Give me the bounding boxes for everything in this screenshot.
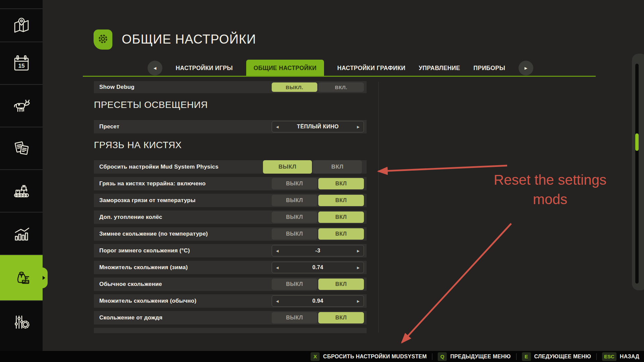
page-title: ОБЩИЕ НАСТРОЙКИ: [122, 32, 256, 47]
setting-control: ВЫКЛВКЛ: [272, 312, 364, 323]
tab-prev-button[interactable]: ◀: [148, 61, 162, 75]
sidebar-item-game-settings[interactable]: [0, 300, 43, 343]
action-label: НАЗАД: [620, 354, 639, 360]
content-divider: [378, 82, 379, 333]
toggle-on-button[interactable]: ВКЛ: [318, 312, 364, 323]
setting-control: ◀0.94▶: [272, 295, 364, 307]
setting-label: Пресет: [99, 123, 119, 130]
sidebar-item-map[interactable]: [0, 8, 43, 42]
toggle-on-button[interactable]: ВКЛ: [318, 195, 364, 206]
statistics-icon: [12, 224, 31, 243]
setting-control: ВЫКЛВКЛ: [272, 212, 364, 223]
setting-control: ВЫКЛВКЛ: [272, 279, 364, 290]
stepper-next-button[interactable]: ▶: [356, 299, 360, 304]
setting-row-winter-slip-threshold: Порог зимнего скольжения (°C)◀-3▶: [94, 244, 367, 257]
setting-row-normal-slip-mult: Множитель скольжения (обычно)◀0.94▶: [94, 294, 367, 308]
action-label: ПРЕДЫДУЩЕЕ МЕНЮ: [450, 354, 511, 360]
toggle-on-button[interactable]: ВКЛ.: [318, 82, 364, 92]
action-previous-menu[interactable]: QПРЕДЫДУЩЕЕ МЕНЮ: [438, 352, 511, 361]
stepper-value: 0.94: [279, 298, 357, 304]
key-badge-e: E: [522, 352, 531, 361]
annotation-arrow-to-bottom: [402, 224, 511, 343]
sidebar-item-prices[interactable]: 12345: [0, 254, 43, 300]
svg-text:12345: 12345: [22, 281, 29, 283]
setting-row-clipped: [94, 328, 367, 333]
stepper-prev-button[interactable]: ◀: [275, 124, 279, 129]
sidebar-item-contracts[interactable]: [0, 127, 43, 169]
animals-icon: [12, 96, 31, 116]
setting-label: Доп. утопление колёс: [99, 214, 162, 221]
stepper-next-button[interactable]: ▶: [356, 124, 360, 129]
stepper: ◀ТЁПЛЫЙ КИНО▶: [272, 121, 364, 132]
tab-next-button[interactable]: ▶: [519, 61, 533, 75]
sidebar-item-production[interactable]: [0, 169, 43, 212]
toggle-on-button[interactable]: ВКЛ: [318, 178, 364, 189]
tab-controls[interactable]: УПРАВЛЕНИЕ: [419, 65, 460, 72]
chevron-right-icon: ▶: [525, 66, 527, 70]
toggle-on-button[interactable]: ВКЛ: [318, 228, 364, 240]
toggle-off-button[interactable]: ВЫКЛ: [272, 195, 317, 206]
tab-graphics-settings[interactable]: НАСТРОЙКИ ГРАФИКИ: [337, 65, 405, 72]
annotation-line-2: mods: [433, 190, 644, 209]
stepper-next-button[interactable]: ▶: [356, 265, 360, 270]
toggle-on-button[interactable]: ВКЛ: [313, 160, 362, 174]
stepper-prev-button[interactable]: ◀: [275, 248, 279, 253]
toggle-on-button[interactable]: ВКЛ: [318, 212, 364, 223]
action-back[interactable]: ESCНАЗАД: [602, 352, 639, 361]
calendar-icon: 15: [12, 54, 31, 73]
setting-label: Зимнее скольжение (по температуре): [99, 231, 208, 237]
stepper: ◀-3▶: [272, 245, 364, 256]
toggle-off-button[interactable]: ВЫКЛ: [272, 312, 317, 323]
toggle-off-button[interactable]: ВЫКЛ: [272, 178, 317, 189]
toggle-off-button[interactable]: ВЫКЛ: [272, 279, 317, 290]
setting-label: Множитель скольжения (обычно): [99, 298, 197, 304]
bottom-bar-divider: [516, 353, 517, 360]
page-icon-badge: [94, 29, 112, 50]
setting-row-mud-freeze: Заморозка грязи от температурыВЫКЛВКЛ: [94, 194, 367, 207]
stepper: ◀0.74▶: [272, 262, 364, 273]
prices-icon: 12345: [12, 268, 31, 288]
tab-bar: ◀НАСТРОЙКИ ИГРЫОБЩИЕ НАСТРОЙКИНАСТРОЙКИ …: [148, 60, 533, 76]
toggle-off-button[interactable]: ВЫКЛ.: [272, 82, 317, 92]
sidebar: 1512345: [0, 0, 43, 362]
action-label: СБРОСИТЬ НАСТРОЙКИ MUDSYSTEM: [323, 354, 427, 360]
tab-devices[interactable]: ПРИБОРЫ: [474, 65, 505, 72]
bottom-bar-divider: [432, 353, 432, 360]
setting-label: Грязь на кистях террайна: включено: [99, 180, 206, 187]
setting-row-winter-slip-mult: Множитель скольжения (зима)◀0.74▶: [94, 261, 367, 274]
toggle-off-button[interactable]: ВЫКЛ: [272, 212, 317, 223]
sidebar-item-animals[interactable]: [0, 84, 43, 127]
tab-general-settings[interactable]: ОБЩИЕ НАСТРОЙКИ: [246, 60, 324, 76]
setting-label: Show Debug: [99, 84, 135, 90]
setting-control: ВЫКЛ.ВКЛ.: [272, 82, 364, 92]
sidebar-item-calendar[interactable]: 15: [0, 42, 43, 84]
selected-item-pointer: [38, 267, 48, 288]
action-label: СЛЕДУЮЩЕЕ МЕНЮ: [534, 354, 591, 360]
setting-row-winter-slip: Зимнее скольжение (по температуре)ВЫКЛВК…: [94, 227, 367, 241]
tab-game-settings[interactable]: НАСТРОЙКИ ИГРЫ: [176, 65, 233, 72]
tab-underline: [83, 76, 596, 77]
toggle-on-button[interactable]: ВКЛ: [318, 279, 364, 290]
scrollbar-thumb[interactable]: [635, 133, 639, 151]
sidebar-top-spacer: [0, 0, 43, 8]
production-icon: [12, 181, 31, 201]
stepper-prev-button[interactable]: ◀: [275, 299, 279, 304]
setting-control: ВЫКЛВКЛ: [272, 228, 364, 240]
setting-label: Обычное скольжение: [99, 281, 162, 288]
scrollbar-track[interactable]: [635, 64, 639, 284]
setting-control: ВЫКЛВКЛ: [272, 195, 364, 206]
stepper-prev-button[interactable]: ◀: [275, 265, 279, 270]
contracts-icon: [12, 139, 31, 158]
action-reset-mudsystem[interactable]: XСБРОСИТЬ НАСТРОЙКИ MUDSYSTEM: [311, 352, 427, 361]
map-icon: [12, 16, 31, 35]
action-next-menu[interactable]: EСЛЕДУЮЩЕЕ МЕНЮ: [522, 352, 591, 361]
annotation-text: Reset the settings mods: [433, 170, 644, 209]
toggle-off-button[interactable]: ВЫКЛ: [272, 228, 317, 240]
stepper-value: ТЁПЛЫЙ КИНО: [279, 124, 357, 130]
sidebar-item-statistics[interactable]: [0, 212, 43, 254]
setting-label: Сбросить настройки Mud System Physics: [99, 164, 218, 170]
toggle-off-button[interactable]: ВЫКЛ: [263, 160, 312, 174]
stepper-next-button[interactable]: ▶: [356, 248, 360, 253]
setting-row-show-debug: Show DebugВЫКЛ.ВКЛ.: [94, 81, 367, 93]
setting-row-preset: Пресет◀ТЁПЛЫЙ КИНО▶: [94, 120, 367, 133]
